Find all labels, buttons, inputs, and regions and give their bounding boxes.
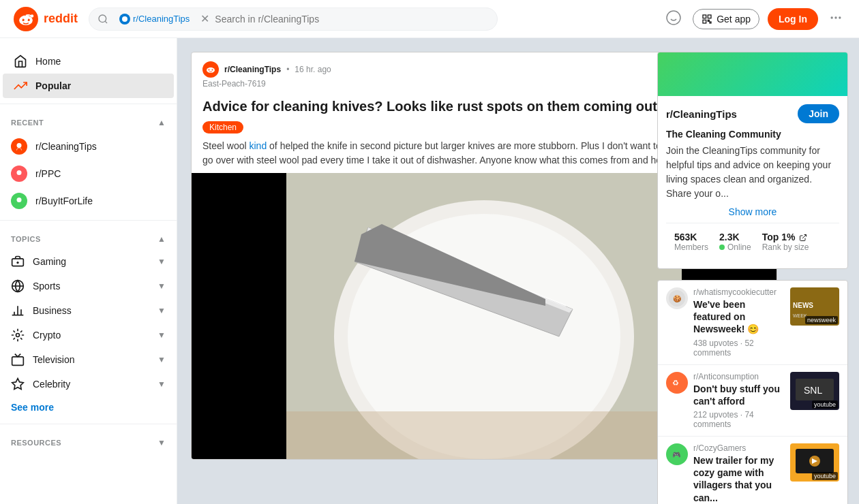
search-input[interactable] xyxy=(215,14,489,25)
related-sub-2: r/Anticonsumption xyxy=(693,372,785,381)
crypto-icon xyxy=(11,328,25,342)
online-dot xyxy=(719,245,725,250)
svg-point-37 xyxy=(212,69,213,70)
see-more-link[interactable]: See more xyxy=(0,396,177,418)
left-sidebar: Home Popular RECENT ▲ r/CleaningTips xyxy=(0,38,177,504)
recent-section-header[interactable]: RECENT ▲ xyxy=(0,112,177,133)
recent-section: RECENT ▲ r/CleaningTips r/PPC r/BuyItFo xyxy=(0,112,177,215)
online-label: Online xyxy=(719,242,751,252)
business-label: Business xyxy=(33,305,72,316)
topic-television[interactable]: Television ▼ xyxy=(0,347,177,372)
topic-gaming[interactable]: Gaming ▼ xyxy=(0,249,177,274)
celebrity-label: Celebrity xyxy=(33,379,70,390)
sidebar-item-home[interactable]: Home xyxy=(3,49,174,74)
television-label: Television xyxy=(33,354,74,365)
thumb-label-2: youtube xyxy=(812,400,838,409)
topic-celebrity-left: Celebrity xyxy=(11,377,70,391)
community-card: r/CleaningTips Join The Cleaning Communi… xyxy=(657,52,848,269)
related-title-1: We've been featured on Newsweek! 😊 xyxy=(693,298,785,336)
topic-business[interactable]: Business ▼ xyxy=(0,298,177,323)
related-content-3: r/CozyGamers New trailer for my cozy gam… xyxy=(693,443,785,504)
page: Home Popular RECENT ▲ r/CleaningTips xyxy=(0,38,859,504)
svg-point-7 xyxy=(27,19,28,20)
join-button[interactable]: Join xyxy=(798,104,839,123)
svg-point-19 xyxy=(839,16,841,18)
celebrity-icon xyxy=(11,377,25,391)
logo[interactable]: reddit xyxy=(14,7,78,31)
gaming-chevron-icon: ▼ xyxy=(157,257,166,266)
get-app-label: Get app xyxy=(717,14,751,25)
svg-point-36 xyxy=(209,69,210,70)
show-more-link[interactable]: Show more xyxy=(666,201,839,223)
topic-celebrity[interactable]: Celebrity ▼ xyxy=(0,372,177,396)
search-bar: r/CleaningTips ✕ xyxy=(89,7,498,31)
search-tag: r/CleaningTips xyxy=(114,12,195,26)
sidebar-item-buyitforlife[interactable]: r/BuyItForLife xyxy=(0,187,177,215)
topic-crypto[interactable]: Crypto ▼ xyxy=(0,323,177,347)
related-sub-3: r/CozyGamers xyxy=(693,443,785,453)
header: reddit r/CleaningTips ✕ xyxy=(0,0,859,38)
svg-marker-33 xyxy=(12,379,24,390)
search-tag-label: r/CleaningTips xyxy=(133,14,190,24)
svg-text:🍪: 🍪 xyxy=(673,294,682,303)
sports-chevron-icon: ▼ xyxy=(157,281,166,291)
related-content-1: r/whatismycookiecutter We've been featur… xyxy=(693,287,785,358)
related-post-3[interactable]: 🎮 r/CozyGamers New trailer for my cozy g… xyxy=(658,437,847,504)
post-flair[interactable]: Kitchen xyxy=(202,121,243,133)
recent-chevron-icon: ▲ xyxy=(157,118,166,127)
coins-icon-button[interactable] xyxy=(663,7,684,31)
topic-sports-left: Sports xyxy=(11,279,60,293)
stat-members: 563K Members xyxy=(674,232,708,252)
post-image xyxy=(286,173,682,459)
svg-point-22 xyxy=(17,198,22,202)
subreddit-tag-icon xyxy=(119,14,130,25)
sidebar-item-cleaningtips[interactable]: r/CleaningTips xyxy=(0,133,177,160)
sidebar-item-ppc[interactable]: r/PPC xyxy=(0,160,177,187)
related-posts-card: 🍪 r/whatismycookiecutter We've been feat… xyxy=(657,280,848,504)
rank-label: Rank by size xyxy=(762,242,809,252)
topic-television-left: Television xyxy=(11,353,74,366)
sidebar-divider-1 xyxy=(0,104,177,104)
qr-icon xyxy=(702,14,712,25)
stat-rank: Top 1% Rank by size xyxy=(762,232,809,252)
related-sub-1: r/whatismycookiecutter xyxy=(693,287,785,297)
post-meta: r/CleaningTips • 16 hr. ago xyxy=(202,61,331,78)
popular-icon xyxy=(14,79,27,93)
community-name[interactable]: r/CleaningTips xyxy=(666,108,737,120)
resources-chevron-icon: ▼ xyxy=(157,438,166,447)
sidebar-divider-2 xyxy=(0,220,177,221)
stat-online: 2.3K Online xyxy=(719,232,751,252)
get-app-button[interactable]: Get app xyxy=(693,9,759,29)
svg-point-9 xyxy=(122,16,127,22)
more-options-button[interactable] xyxy=(826,8,845,29)
topics-section-header[interactable]: TOPICS ▲ xyxy=(0,229,177,249)
resources-section-header[interactable]: RESOURCES ▼ xyxy=(0,432,177,453)
community-subtitle: The Cleaning Community xyxy=(666,129,839,140)
external-link-icon xyxy=(799,234,807,242)
topics-section-title: TOPICS xyxy=(11,235,41,243)
topic-gaming-left: Gaming xyxy=(11,255,66,268)
related-meta-1: 438 upvotes · 52 comments xyxy=(693,338,785,358)
post-time: • xyxy=(286,65,289,74)
svg-point-18 xyxy=(834,16,837,18)
related-thumbnail-2: SNL youtube xyxy=(790,372,839,410)
topic-sports[interactable]: Sports ▼ xyxy=(0,274,177,298)
login-button[interactable]: Log In xyxy=(768,8,818,30)
search-clear-icon[interactable]: ✕ xyxy=(200,12,209,25)
post-time-ago: 16 hr. ago xyxy=(295,65,331,74)
related-post-2[interactable]: ♻ r/Anticonsumption Don't buy stuff you … xyxy=(658,365,847,437)
buyitforlife-label: r/BuyItForLife xyxy=(35,195,93,206)
sidebar-item-popular[interactable]: Popular xyxy=(3,74,174,98)
ppc-avatar xyxy=(11,166,27,182)
television-icon xyxy=(11,353,25,366)
svg-rect-16 xyxy=(710,22,711,23)
post-subreddit[interactable]: r/CleaningTips xyxy=(224,65,281,74)
popular-label: Popular xyxy=(35,80,71,91)
reddit-logo-icon xyxy=(14,7,38,31)
related-post-1[interactable]: 🍪 r/whatismycookiecutter We've been feat… xyxy=(658,281,847,365)
cleaningtips-avatar xyxy=(11,138,27,155)
community-banner xyxy=(658,52,847,96)
crypto-chevron-icon: ▼ xyxy=(157,330,166,340)
thumb-label-1: newsweek xyxy=(805,316,838,324)
sidebar-divider-3 xyxy=(0,424,177,424)
